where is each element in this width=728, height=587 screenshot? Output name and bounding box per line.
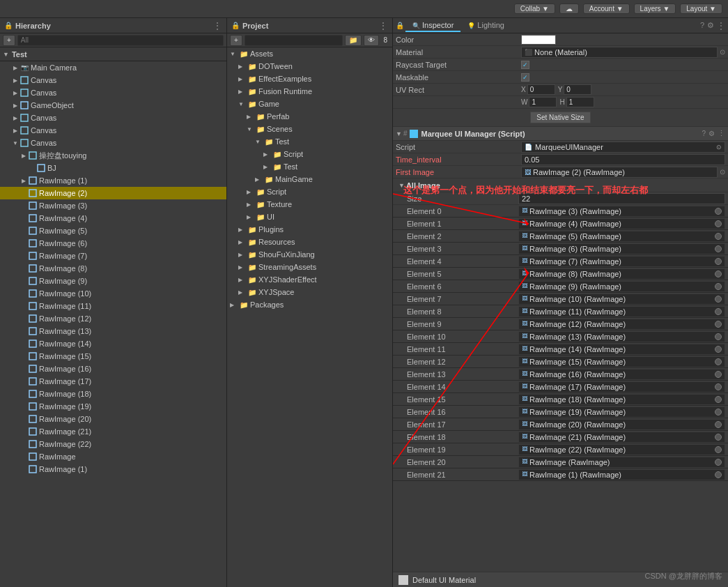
element-value-3[interactable]: 🖼RawImage (6) (RawImage)	[518, 243, 725, 254]
tab-inspector[interactable]: 🔍 Inspector	[405, 20, 460, 32]
element-value-15[interactable]: 🖼RawImage (18) (RawImage)	[518, 394, 725, 405]
element-link-icon[interactable]	[715, 446, 722, 453]
inspector-gear-icon[interactable]: ⚙	[707, 21, 714, 31]
element-value-0[interactable]: 🖼RawImage (3) (RawImage)	[518, 206, 725, 217]
raycast-checkbox[interactable]: ✓	[521, 61, 529, 69]
project-folder-xyjspace[interactable]: ▶📁XYJSpace	[227, 286, 392, 298]
project-folder-perfab[interactable]: ▶📁Perfab	[227, 110, 392, 123]
all-image-section-header[interactable]: ▼ All Image	[393, 178, 728, 192]
hierarchy-item-rawimage19[interactable]: RawImage (19)	[0, 400, 226, 413]
hierarchy-search-input[interactable]	[17, 35, 224, 46]
hierarchy-item-rawimage1b[interactable]: RawImage (1)	[0, 463, 226, 475]
element-link-icon[interactable]	[715, 208, 722, 215]
project-folder-packages[interactable]: ▶📁Packages	[227, 298, 392, 311]
element-value-16[interactable]: 🖼RawImage (19) (RawImage)	[518, 406, 725, 418]
time-interval-value[interactable]: 0.05	[521, 154, 725, 165]
element-value-7[interactable]: 🖼RawImage (10) (RawImage)	[518, 294, 725, 305]
layers-button[interactable]: Layers ▼	[634, 3, 676, 14]
hierarchy-item-rawimage14[interactable]: RawImage (14)	[0, 337, 226, 350]
element-value-19[interactable]: 🖼RawImage (22) (RawImage)	[518, 444, 725, 455]
element-value-4[interactable]: 🖼RawImage (7) (RawImage)	[518, 256, 725, 267]
hierarchy-item-rawimage10[interactable]: RawImage (10)	[0, 287, 226, 300]
hierarchy-item-rawimage9[interactable]: RawImage (9)	[0, 275, 226, 287]
collab-button[interactable]: Collab ▼	[514, 3, 555, 14]
marquee-help-icon[interactable]: ?	[702, 130, 706, 137]
element-link-icon[interactable]	[715, 396, 722, 403]
project-search-input[interactable]	[245, 35, 343, 46]
hierarchy-item-canvas2[interactable]: ▶Canvas	[0, 86, 226, 99]
element-value-6[interactable]: 🖼RawImage (9) (RawImage)	[518, 281, 725, 292]
hierarchy-item-rawimageplain[interactable]: RawImage	[0, 450, 226, 463]
project-folder-maingame[interactable]: ▶📁MainGame	[227, 173, 392, 185]
project-add-button[interactable]: +	[230, 35, 242, 46]
element-link-icon[interactable]	[715, 371, 722, 378]
cloud-button[interactable]: ☁	[559, 3, 579, 14]
hierarchy-item-rawimage1[interactable]: ▶RawImage (1)	[0, 174, 226, 187]
hierarchy-item-rawimage13[interactable]: RawImage (13)	[0, 325, 226, 337]
hierarchy-item-rawimage6[interactable]: RawImage (6)	[0, 237, 226, 250]
element-link-icon[interactable]	[715, 459, 722, 466]
hierarchy-item-canvas1[interactable]: ▶Canvas	[0, 74, 226, 86]
project-menu-icon[interactable]: ⋮	[378, 20, 388, 31]
marquee-gear-icon[interactable]: ⚙	[708, 130, 715, 137]
project-folder-script[interactable]: ▶📁Script	[227, 148, 392, 160]
element-link-icon[interactable]	[715, 421, 722, 428]
first-image-value[interactable]: 🖼 RawImage (2) (RawImage)	[521, 167, 718, 178]
hierarchy-item-rawimage2[interactable]: RawImage (2)	[0, 187, 226, 199]
hierarchy-add-button[interactable]: +	[3, 35, 15, 46]
element-link-icon[interactable]	[715, 409, 722, 416]
native-size-button[interactable]: Set Native Size	[530, 112, 590, 123]
element-link-icon[interactable]	[715, 471, 722, 478]
element-value-13[interactable]: 🖼RawImage (16) (RawImage)	[518, 369, 725, 380]
project-folder-game[interactable]: ▼📁Game	[227, 98, 392, 110]
project-folder-script[interactable]: ▶📁Script	[227, 185, 392, 198]
hierarchy-item-rawimage17[interactable]: RawImage (17)	[0, 375, 226, 388]
marquee-enable-checkbox[interactable]	[410, 130, 418, 138]
element-value-20[interactable]: 🖼RawImage (RawImage)	[518, 457, 725, 468]
project-folder-dotween[interactable]: ▶📁DOTween	[227, 60, 392, 73]
project-eye-button[interactable]: 👁	[364, 35, 379, 46]
hierarchy-item-bj[interactable]: BJ	[0, 162, 226, 174]
uvrect-y-input[interactable]	[564, 84, 591, 95]
hierarchy-item-rawimage11[interactable]: RawImage (11)	[0, 300, 226, 312]
hierarchy-item-rawimage20[interactable]: RawImage (20)	[0, 413, 226, 425]
hierarchy-item-rawimage21[interactable]: RawImage (21)	[0, 425, 226, 438]
project-folder-texture[interactable]: ▶📁Texture	[227, 198, 392, 211]
element-link-icon[interactable]	[715, 233, 722, 240]
uvrect-x-input[interactable]	[527, 84, 555, 95]
element-value-9[interactable]: 🖼RawImage (12) (RawImage)	[518, 319, 725, 330]
element-value-14[interactable]: 🖼RawImage (17) (RawImage)	[518, 381, 725, 392]
hierarchy-item-canvas4[interactable]: ▶Canvas	[0, 124, 226, 137]
project-folder-button[interactable]: 📁	[345, 35, 362, 46]
hierarchy-item-rawimage15[interactable]: RawImage (15)	[0, 350, 226, 363]
hierarchy-item-canvas3[interactable]: ▶Canvas	[0, 112, 226, 124]
element-value-5[interactable]: 🖼RawImage (8) (RawImage)	[518, 268, 725, 280]
project-folder-resources[interactable]: ▶📁Resources	[227, 236, 392, 248]
element-value-11[interactable]: 🖼RawImage (14) (RawImage)	[518, 344, 725, 355]
layout-button[interactable]: Layout ▼	[680, 3, 722, 14]
element-link-icon[interactable]	[715, 296, 722, 303]
project-folder-shoufuxinjiang[interactable]: ▶📁ShouFuXinJiang	[227, 248, 392, 261]
uvrect-h-input[interactable]	[566, 97, 594, 107]
account-button[interactable]: Account ▼	[583, 3, 630, 14]
project-folder-plugins[interactable]: ▶📁Plugins	[227, 223, 392, 236]
color-swatch[interactable]	[521, 35, 556, 45]
hierarchy-item-rawimage7[interactable]: RawImage (7)	[0, 250, 226, 262]
project-folder-test[interactable]: ▶📁Test	[227, 160, 392, 173]
marquee-section-header[interactable]: ▼ # Marquee UI Manager (Script) ? ⚙ ⋮	[393, 127, 728, 141]
marquee-dots-icon[interactable]: ⋮	[718, 129, 725, 138]
inspector-help-icon[interactable]: ?	[700, 21, 704, 31]
project-tree[interactable]: ▼📁Assets▶📁DOTween▶📁EffectExamples▶📁Fusio…	[227, 47, 392, 587]
element-link-icon[interactable]	[715, 258, 722, 265]
element-value-21[interactable]: 🖼RawImage (1) (RawImage)	[518, 469, 725, 480]
element-value-18[interactable]: 🖼RawImage (21) (RawImage)	[518, 432, 725, 443]
hierarchy-item-kongzhipan[interactable]: ▶操控盘touying	[0, 149, 226, 162]
hierarchy-scroll[interactable]: ▶📷Main Camera▶Canvas▶Canvas▶GameObject▶C…	[0, 61, 226, 587]
project-folder-ui[interactable]: ▶📁UI	[227, 211, 392, 223]
uvrect-w-input[interactable]	[529, 97, 557, 107]
project-folder-xyjshadereffect[interactable]: ▶📁XYJShaderEffect	[227, 273, 392, 286]
element-link-icon[interactable]	[715, 358, 722, 365]
hierarchy-item-rawimage8[interactable]: RawImage (8)	[0, 262, 226, 275]
project-folder-streamingassets[interactable]: ▶📁StreamingAssets	[227, 261, 392, 273]
hierarchy-item-canvas5[interactable]: ▼Canvas	[0, 137, 226, 149]
